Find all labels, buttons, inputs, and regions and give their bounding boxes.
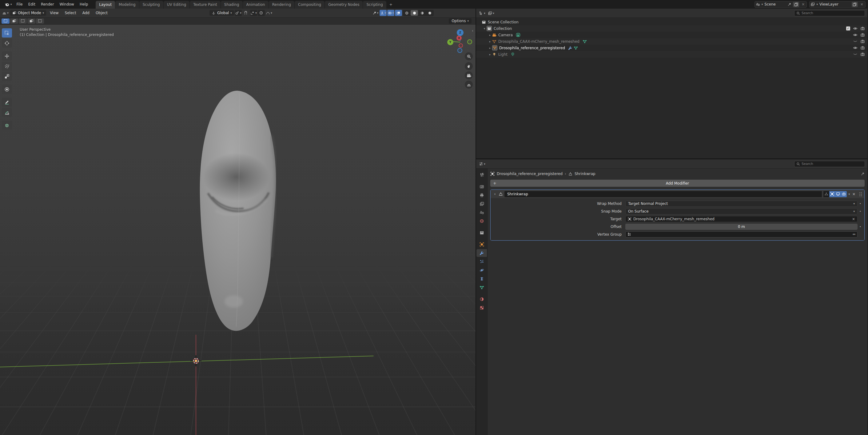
pivot-point-selector[interactable]: ▾ <box>235 10 242 16</box>
mode-selector[interactable]: Object Mode ▾ <box>10 10 46 16</box>
tab-sculpting[interactable]: Sculpting <box>140 1 163 9</box>
transform-tool[interactable] <box>2 85 12 94</box>
select-mode-extend-button[interactable] <box>10 19 18 24</box>
editor-type-button[interactable]: ▾ <box>2 10 9 16</box>
editor-type-button[interactable]: ▾ <box>478 10 486 16</box>
outliner-search[interactable] <box>794 10 865 16</box>
tab-view-layer[interactable] <box>476 200 487 208</box>
tab-compositing[interactable]: Compositing <box>294 1 324 9</box>
outliner-row-scene-collection[interactable]: Scene Collection <box>476 19 867 25</box>
transform-orientation-selector[interactable]: Global ▾ <box>210 10 234 16</box>
hide-eye-closed-icon[interactable] <box>853 52 858 57</box>
new-scene-button[interactable] <box>793 2 799 7</box>
gizmo-axis-z[interactable]: Z <box>457 29 464 36</box>
snap-target-selector[interactable]: ▾ <box>250 10 257 16</box>
app-menu-button[interactable]: ▾ <box>2 2 14 7</box>
properties-search-input[interactable] <box>802 162 863 166</box>
gizmo-axis-neg-x[interactable] <box>459 43 463 48</box>
menu-add[interactable]: Add <box>80 11 92 15</box>
tab-scripting[interactable]: Scripting <box>363 1 386 9</box>
disable-render-icon[interactable] <box>860 26 865 31</box>
invert-vertex-group-icon[interactable]: ↔ <box>852 232 856 236</box>
viewport-canvas[interactable]: User Perspective (1) Collection | Drosop… <box>0 25 475 435</box>
tab-collection[interactable] <box>476 229 487 237</box>
outliner-row-camera[interactable]: ▸ Camera <box>476 32 867 38</box>
tab-object-data[interactable] <box>476 284 487 291</box>
options-dropdown[interactable]: Options▾ <box>449 18 471 24</box>
shading-wireframe-button[interactable] <box>403 10 410 16</box>
shading-material-button[interactable] <box>418 10 426 16</box>
gizmo-axis-y[interactable]: Y <box>447 39 454 45</box>
menu-file[interactable]: File <box>14 0 26 9</box>
proportional-falloff-selector[interactable]: ▾ <box>266 10 273 16</box>
unlink-scene-button[interactable]: × <box>801 2 806 6</box>
scale-tool[interactable] <box>2 72 12 81</box>
menu-window[interactable]: Window <box>57 0 77 9</box>
tab-output[interactable] <box>476 191 487 199</box>
camera-view-button[interactable] <box>465 71 473 80</box>
tab-rendering[interactable]: Rendering <box>269 1 294 9</box>
display-mode-button[interactable]: ▾ <box>488 10 495 16</box>
modifier-extras-dropdown[interactable]: ▾ <box>848 193 850 196</box>
tab-object[interactable] <box>476 241 487 248</box>
realtime-display-toggle[interactable] <box>835 191 841 197</box>
tab-uv-editing[interactable]: UV Editing <box>164 1 190 9</box>
zoom-button[interactable] <box>465 52 473 60</box>
proportional-edit-toggle[interactable] <box>258 10 265 16</box>
gizmo-axis-neg-z[interactable] <box>457 48 462 53</box>
disclosure-triangle-icon[interactable]: ▸ <box>488 46 492 50</box>
wrap-method-dropdown[interactable]: Target Normal Project▾ <box>625 200 858 207</box>
tab-modifiers[interactable] <box>476 249 487 257</box>
hide-eye-icon[interactable] <box>853 45 858 50</box>
breadcrumb-object[interactable]: Drosophila_reference_preregistered <box>497 172 563 176</box>
show-overlays-toggle[interactable]: ▾ <box>387 10 394 16</box>
outliner-row-reference-mesh[interactable]: ▸ Drosophila_reference_preregistered <box>476 44 867 51</box>
outliner-row-light[interactable]: ▸ Light <box>476 51 867 58</box>
menu-view[interactable]: View <box>48 11 61 15</box>
rotate-tool[interactable] <box>2 62 12 71</box>
disable-render-icon[interactable] <box>860 33 865 37</box>
gizmo-axis-x[interactable]: X <box>457 35 462 41</box>
animate-property-dot[interactable]: • <box>858 225 863 228</box>
add-modifier-button[interactable]: + Add Modifier <box>490 180 865 187</box>
select-mode-set-button[interactable] <box>2 19 9 24</box>
disclosure-triangle-icon[interactable]: ▸ <box>488 34 492 37</box>
select-mode-intersect-button[interactable] <box>36 19 44 24</box>
target-object-field[interactable]: Drosophila_CAAX-mCherry_mesh_remeshed × <box>625 216 858 222</box>
viewlayer-selector[interactable]: ▾ ViewLayer × <box>809 1 866 8</box>
menu-object[interactable]: Object <box>93 11 110 15</box>
on-cage-toggle[interactable] <box>829 191 835 197</box>
menu-render[interactable]: Render <box>38 0 57 9</box>
select-mode-subtract-button[interactable] <box>19 19 27 24</box>
select-box-tool[interactable] <box>2 28 12 37</box>
measure-tool[interactable] <box>2 108 12 117</box>
disable-render-icon[interactable] <box>860 39 865 44</box>
snap-mode-dropdown[interactable]: On Surface▾ <box>625 208 858 214</box>
viewport-mesh[interactable] <box>193 89 283 335</box>
annotate-tool[interactable] <box>2 97 12 107</box>
add-workspace-button[interactable]: + <box>386 1 395 9</box>
tab-shading[interactable]: Shading <box>221 1 243 9</box>
vertex-group-field[interactable]: ↔ <box>625 231 858 238</box>
disable-render-icon[interactable] <box>860 52 865 57</box>
offset-value-field[interactable]: 0 m <box>625 224 858 230</box>
tab-material[interactable] <box>476 295 487 303</box>
tab-tool[interactable] <box>476 171 487 179</box>
pin-icon[interactable] <box>787 2 792 6</box>
tab-layout[interactable]: Layout <box>96 1 115 9</box>
object-visibility-selector[interactable]: ▾ <box>372 10 379 16</box>
cursor-tool[interactable] <box>2 38 12 48</box>
modifier-name-field[interactable]: Shrinkwrap <box>504 191 822 197</box>
hide-eye-icon[interactable] <box>853 26 858 31</box>
tab-world[interactable] <box>476 217 487 225</box>
add-cube-tool[interactable] <box>2 121 12 130</box>
shading-solid-button[interactable] <box>411 10 418 16</box>
pan-button[interactable] <box>465 62 473 70</box>
drag-handle[interactable] <box>859 192 862 196</box>
scene-selector[interactable]: ▾ Scene × <box>754 1 807 8</box>
disclosure-triangle-icon[interactable]: ▸ <box>488 40 492 43</box>
tab-scene[interactable] <box>476 209 487 216</box>
gizmo-axis-neg-y[interactable] <box>467 39 472 44</box>
remove-modifier-button[interactable]: × <box>851 192 856 196</box>
perspective-toggle-button[interactable] <box>465 81 473 89</box>
